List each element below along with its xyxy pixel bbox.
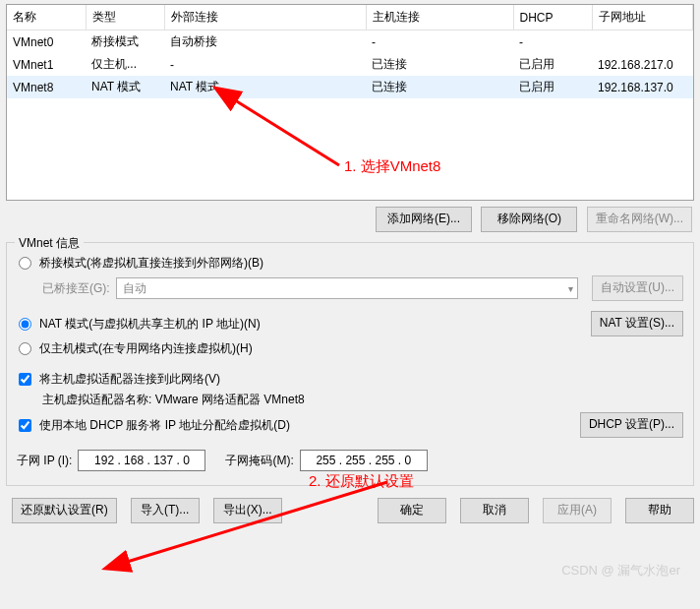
cell-name: VMnet8	[7, 76, 86, 98]
hostonly-mode-radio[interactable]	[19, 342, 31, 355]
remove-network-button[interactable]: 移除网络(O)	[481, 207, 577, 232]
vmnet-info-group: VMnet 信息 桥接模式(将虚拟机直接连接到外部网络)(B) 已桥接至(G):…	[6, 242, 694, 486]
col-header-dhcp[interactable]: DHCP	[513, 5, 592, 30]
use-dhcp-row: 使用本地 DHCP 服务将 IP 地址分配给虚拟机(D) DHCP 设置(P).…	[17, 412, 683, 438]
cell-host: 已连接	[366, 53, 513, 76]
table-row[interactable]: VMnet1 仅主机... - 已连接 已启用 192.168.217.0	[7, 53, 693, 76]
auto-settings-button: 自动设置(U)...	[592, 275, 683, 301]
cell-name: VMnet1	[7, 53, 86, 76]
watermark: CSDN @ 漏气水泡er	[561, 562, 680, 579]
subnet-ip-input[interactable]: 192 . 168 . 137 . 0	[78, 450, 205, 471]
cell-type: NAT 模式	[86, 76, 164, 98]
adapter-name-text: 主机虚拟适配器名称: VMware 网络适配器 VMnet8	[42, 392, 305, 408]
connect-adapter-label: 将主机虚拟适配器连接到此网络(V)	[39, 371, 220, 388]
adapter-name-row: 主机虚拟适配器名称: VMware 网络适配器 VMnet8	[42, 392, 683, 408]
cell-subnet	[592, 30, 693, 54]
col-header-subnet[interactable]: 子网地址	[592, 5, 693, 30]
rename-network-button: 重命名网络(W)...	[587, 207, 692, 232]
cell-subnet: 192.168.217.0	[592, 53, 693, 76]
cell-dhcp: 已启用	[513, 53, 592, 76]
cell-host: -	[366, 30, 513, 54]
bridge-to-label: 已桥接至(G):	[42, 280, 110, 297]
ok-button[interactable]: 确定	[378, 498, 446, 523]
cell-dhcp: 已启用	[513, 76, 592, 98]
cell-name: VMnet0	[7, 30, 86, 54]
subnet-mask-input[interactable]: 255 . 255 . 255 . 0	[300, 450, 428, 471]
connect-adapter-checkbox[interactable]	[19, 373, 31, 386]
table-row[interactable]: VMnet0 桥接模式 自动桥接 - -	[7, 30, 693, 54]
col-header-host[interactable]: 主机连接	[366, 5, 513, 30]
connect-adapter-row: 将主机虚拟适配器连接到此网络(V)	[17, 371, 683, 388]
restore-defaults-button[interactable]: 还原默认设置(R)	[12, 498, 117, 523]
network-table: 名称 类型 外部连接 主机连接 DHCP 子网地址 VMnet0 桥接模式 自动…	[7, 5, 693, 98]
dialog-buttons-row: 还原默认设置(R) 导入(T)... 导出(X)... 确定 取消 应用(A) …	[0, 490, 700, 531]
add-network-button[interactable]: 添加网络(E)...	[376, 207, 472, 232]
cancel-button[interactable]: 取消	[460, 498, 529, 523]
hostonly-mode-row: 仅主机模式(在专用网络内连接虚拟机)(H)	[17, 340, 683, 357]
subnet-ip-label: 子网 IP (I):	[17, 453, 72, 469]
cell-type: 仅主机...	[86, 53, 164, 76]
dhcp-settings-button[interactable]: DHCP 设置(P)...	[580, 412, 683, 438]
bridge-mode-radio[interactable]	[19, 257, 31, 270]
col-header-ext[interactable]: 外部连接	[164, 5, 366, 30]
table-row[interactable]: VMnet8 NAT 模式 NAT 模式 已连接 已启用 192.168.137…	[7, 76, 693, 98]
bridge-to-value: 自动	[123, 280, 146, 297]
cell-subnet: 192.168.137.0	[592, 76, 693, 98]
col-header-type[interactable]: 类型	[86, 5, 164, 30]
cell-ext: 自动桥接	[164, 30, 366, 54]
cell-host: 已连接	[366, 76, 513, 98]
nat-mode-row: NAT 模式(与虚拟机共享主机的 IP 地址)(N) NAT 设置(S)...	[17, 311, 683, 336]
use-dhcp-checkbox[interactable]	[19, 419, 31, 432]
use-dhcp-label: 使用本地 DHCP 服务将 IP 地址分配给虚拟机(D)	[39, 417, 290, 434]
bridge-to-row: 已桥接至(G): 自动 ▾ 自动设置(U)...	[42, 275, 683, 301]
nat-mode-label: NAT 模式(与虚拟机共享主机的 IP 地址)(N)	[39, 316, 261, 333]
cell-type: 桥接模式	[86, 30, 164, 54]
export-button[interactable]: 导出(X)...	[213, 498, 282, 523]
import-button[interactable]: 导入(T)...	[131, 498, 200, 523]
group-title: VMnet 信息	[15, 235, 84, 252]
subnet-mask-label: 子网掩码(M):	[225, 453, 293, 469]
network-table-container: 名称 类型 外部连接 主机连接 DHCP 子网地址 VMnet0 桥接模式 自动…	[6, 4, 694, 201]
bridge-to-dropdown: 自动 ▾	[116, 277, 579, 299]
bridge-mode-label: 桥接模式(将虚拟机直接连接到外部网络)(B)	[39, 255, 263, 272]
apply-button: 应用(A)	[543, 498, 612, 523]
cell-ext: NAT 模式	[164, 76, 366, 98]
bridge-mode-row: 桥接模式(将虚拟机直接连接到外部网络)(B)	[17, 255, 683, 272]
nat-mode-radio[interactable]	[19, 318, 31, 331]
subnet-row: 子网 IP (I): 192 . 168 . 137 . 0 子网掩码(M): …	[17, 450, 683, 471]
nat-settings-button[interactable]: NAT 设置(S)...	[591, 311, 683, 336]
help-button[interactable]: 帮助	[625, 498, 694, 523]
cell-ext: -	[164, 53, 366, 76]
table-buttons-row: 添加网络(E)... 移除网络(O) 重命名网络(W)...	[0, 205, 700, 238]
chevron-down-icon: ▾	[568, 283, 573, 294]
col-header-name[interactable]: 名称	[7, 5, 86, 30]
hostonly-mode-label: 仅主机模式(在专用网络内连接虚拟机)(H)	[39, 340, 253, 357]
cell-dhcp: -	[513, 30, 592, 54]
